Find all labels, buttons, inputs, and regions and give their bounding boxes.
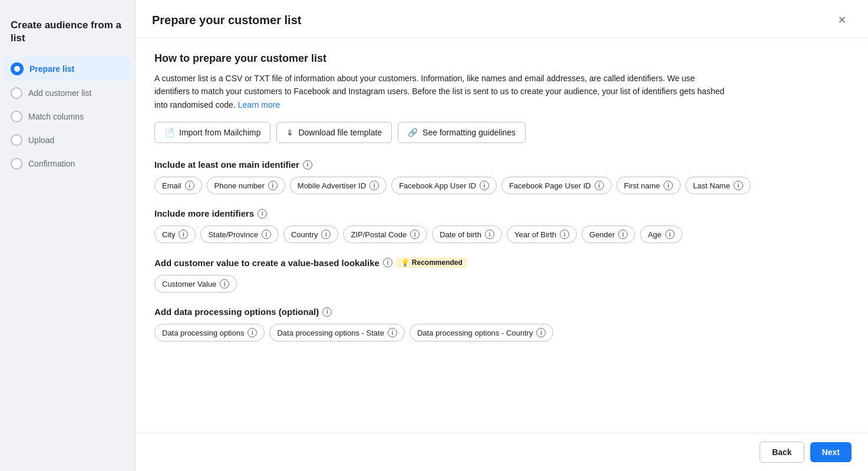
main-identifiers-title: Include at least one main identifier i [154, 160, 849, 170]
data-processing-section: Add data processing options (optional) i… [154, 307, 849, 341]
step-circle-inner [14, 66, 20, 72]
sidebar-item-add-customer-list[interactable]: Add customer list [0, 81, 135, 105]
tag-first-name: First name i [616, 177, 681, 194]
modal-overlay: Create audience from a list Prepare list… [0, 0, 868, 471]
sidebar-item-prepare-list[interactable]: Prepare list [5, 57, 130, 81]
learn-more-link[interactable]: Learn more [238, 100, 280, 110]
mailchimp-icon: 📄 [164, 128, 174, 137]
dob-info-icon[interactable]: i [485, 230, 494, 239]
country-info-icon[interactable]: i [321, 230, 331, 239]
dp-state-info-icon[interactable]: i [388, 328, 397, 337]
facebook-app-info-icon[interactable]: i [480, 181, 489, 190]
tag-gender: Gender i [582, 225, 635, 243]
data-processing-info-icon[interactable]: i [322, 307, 332, 317]
customer-value-tags: Customer Value i [154, 275, 849, 293]
content-body: How to prepare your customer list A cust… [136, 38, 868, 433]
formatting-guidelines-button[interactable]: 🔗 See formatting guidelines [398, 122, 526, 143]
step-circle-add-customer-list [11, 87, 22, 99]
email-info-icon[interactable]: i [185, 181, 194, 190]
facebook-page-info-icon[interactable]: i [595, 181, 604, 190]
modal-header-title: Prepare your customer list [152, 14, 301, 27]
modal-footer: Back Next [136, 433, 868, 471]
import-mailchimp-button[interactable]: 📄 Import from Mailchimp [154, 122, 270, 143]
customer-value-info-icon[interactable]: i [383, 258, 392, 267]
sidebar-item-label-confirmation: Confirmation [28, 159, 75, 168]
customer-value-section: Add customer value to create a value-bas… [154, 257, 849, 293]
tag-last-name: Last Name i [685, 177, 751, 194]
sidebar-title: Create audience from a list [0, 12, 135, 57]
more-identifiers-info-icon[interactable]: i [258, 209, 267, 218]
tag-date-of-birth: Date of birth i [432, 225, 502, 243]
main-identifiers-tags: Email i Phone number i Mobile Advertiser… [154, 177, 849, 194]
data-processing-tags: Data processing options i Data processin… [154, 324, 849, 341]
tag-country: Country i [283, 225, 339, 243]
step-circle-match-columns [11, 111, 22, 122]
main-identifiers-section: Include at least one main identifier i E… [154, 160, 849, 194]
tag-zip-postal-code: ZIP/Postal Code i [343, 225, 427, 243]
tag-age: Age i [640, 225, 682, 243]
close-button[interactable]: × [833, 11, 852, 29]
step-circle-upload [11, 134, 22, 146]
dp-country-info-icon[interactable]: i [536, 328, 546, 337]
customer-value-title: Add customer value to create a value-bas… [154, 257, 849, 268]
data-processing-title: Add data processing options (optional) i [154, 307, 849, 317]
step-circle-confirmation [11, 158, 22, 170]
tag-city: City i [154, 225, 196, 243]
tag-data-processing-options: Data processing options i [154, 324, 265, 341]
phone-info-icon[interactable]: i [268, 181, 278, 190]
main-content: Prepare your customer list × How to prep… [136, 0, 868, 471]
first-name-info-icon[interactable]: i [664, 181, 673, 190]
dp-options-info-icon[interactable]: i [247, 328, 257, 337]
description-text: A customer list is a CSV or TXT file of … [154, 72, 732, 111]
age-info-icon[interactable]: i [665, 230, 675, 239]
tag-phone-number: Phone number i [207, 177, 285, 194]
city-info-icon[interactable]: i [179, 230, 188, 239]
step-circle-prepare-list [11, 62, 24, 75]
tag-customer-value: Customer Value i [154, 275, 237, 293]
main-identifiers-info-icon[interactable]: i [303, 160, 312, 170]
tag-data-processing-options-state: Data processing options - State i [269, 324, 404, 341]
tag-facebook-app-user-id: Facebook App User ID i [391, 177, 497, 194]
next-button[interactable]: Next [810, 442, 852, 462]
sidebar-item-label-match-columns: Match columns [28, 112, 84, 121]
link-icon: 🔗 [408, 128, 418, 137]
back-button[interactable]: Back [760, 442, 804, 463]
last-name-info-icon[interactable]: i [734, 181, 743, 190]
gender-info-icon[interactable]: i [618, 230, 628, 239]
state-info-icon[interactable]: i [262, 230, 271, 239]
lightbulb-icon: 💡 [401, 258, 410, 267]
sidebar-item-label-upload: Upload [28, 135, 54, 145]
download-icon: ⇓ [286, 128, 293, 137]
download-template-button[interactable]: ⇓ Download file template [276, 122, 392, 143]
tag-email: Email i [154, 177, 202, 194]
sidebar: Create audience from a list Prepare list… [0, 0, 136, 471]
mobile-advertiser-info-icon[interactable]: i [369, 181, 379, 190]
sidebar-item-label-add-customer-list: Add customer list [28, 88, 91, 98]
sidebar-item-confirmation[interactable]: Confirmation [0, 152, 135, 175]
action-buttons: 📄 Import from Mailchimp ⇓ Download file … [154, 122, 849, 143]
sidebar-item-upload[interactable]: Upload [0, 128, 135, 152]
tag-mobile-advertiser-id: Mobile Advertiser ID i [290, 177, 387, 194]
sidebar-item-match-columns[interactable]: Match columns [0, 105, 135, 128]
zip-info-icon[interactable]: i [410, 230, 420, 239]
modal-header: Prepare your customer list × [136, 0, 868, 38]
sidebar-item-label-prepare-list: Prepare list [29, 64, 74, 74]
recommended-badge: 💡 Recommended [396, 257, 467, 268]
more-identifiers-tags: City i State/Province i Country i ZIP/Po… [154, 225, 849, 243]
tag-data-processing-options-country: Data processing options - Country i [410, 324, 554, 341]
more-identifiers-section: Include more identifiers i City i State/… [154, 208, 849, 243]
more-identifiers-title: Include more identifiers i [154, 208, 849, 218]
page-title: How to prepare your customer list [154, 52, 849, 65]
yob-info-icon[interactable]: i [560, 230, 569, 239]
tag-state-province: State/Province i [200, 225, 279, 243]
customer-value-tag-info-icon[interactable]: i [220, 279, 229, 288]
tag-facebook-page-user-id: Facebook Page User ID i [501, 177, 612, 194]
tag-year-of-birth: Year of Birth i [507, 225, 577, 243]
